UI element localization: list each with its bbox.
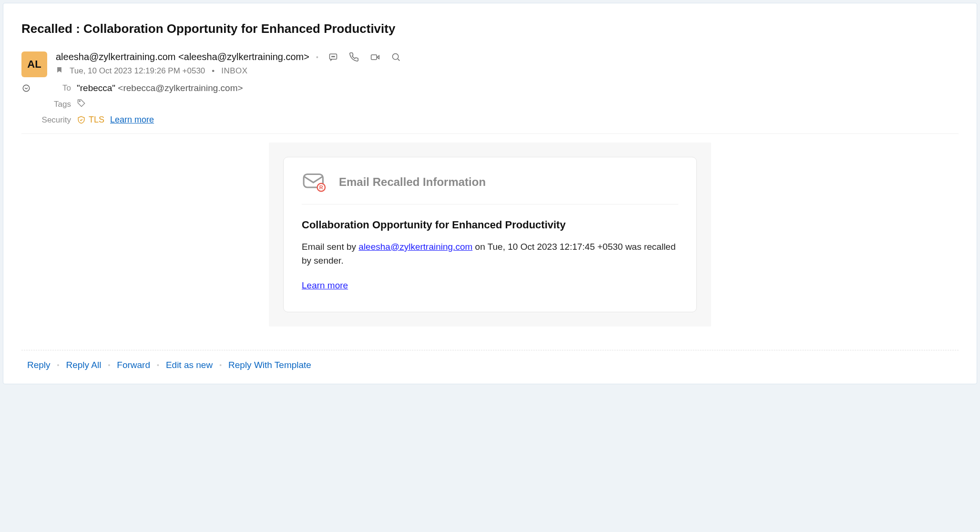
header-divider — [21, 133, 959, 134]
email-action-footer: Reply • Reply All • Forward • Edit as ne… — [21, 350, 959, 384]
recall-sender-link[interactable]: aleesha@zylkertraining.com — [358, 242, 472, 252]
email-body-container: R Email Recalled Information Collaborati… — [269, 143, 711, 327]
separator-dot: • — [108, 361, 110, 369]
search-icon[interactable] — [391, 52, 401, 62]
tag-icon[interactable] — [77, 98, 86, 110]
to-label: To — [37, 83, 71, 93]
chat-icon[interactable] — [328, 52, 338, 62]
folder-label: INBOX — [221, 66, 247, 76]
separator-dot: • — [212, 66, 214, 76]
recall-learn-more-link[interactable]: Learn more — [302, 280, 348, 291]
from-line: aleesha@zylkertraining.com <aleesha@zylk… — [56, 51, 959, 62]
svg-point-5 — [393, 54, 398, 60]
meta-line: Tue, 10 Oct 2023 12:19:26 PM +0530 • INB… — [56, 66, 959, 76]
phone-icon[interactable] — [349, 52, 359, 62]
svg-point-2 — [333, 56, 333, 57]
from-block: aleesha@zylkertraining.com <aleesha@zylk… — [56, 51, 959, 76]
separator-dot: • — [157, 361, 159, 369]
svg-rect-4 — [371, 55, 377, 60]
recalled-subject: Collaboration Opportunity for Enhanced P… — [302, 219, 678, 231]
to-row: To "rebecca" <rebecca@zylkertraining.com… — [21, 83, 959, 93]
svg-point-7 — [79, 101, 80, 102]
tags-row: Tags — [21, 98, 959, 110]
tls-text: TLS — [89, 115, 104, 125]
forward-button[interactable]: Forward — [117, 360, 150, 370]
separator-dot: • — [316, 53, 318, 61]
edit-as-new-button[interactable]: Edit as new — [166, 360, 213, 370]
expand-details-icon[interactable] — [21, 84, 31, 92]
recall-card-title: Email Recalled Information — [339, 175, 486, 189]
email-header: AL aleesha@zylkertraining.com <aleesha@z… — [21, 51, 959, 77]
security-learn-more-link[interactable]: Learn more — [110, 115, 154, 125]
sender-avatar[interactable]: AL — [21, 51, 47, 77]
tls-badge: TLS — [77, 115, 104, 125]
detail-rows: To "rebecca" <rebecca@zylkertraining.com… — [21, 83, 959, 125]
svg-point-6 — [23, 85, 30, 92]
reply-all-button[interactable]: Reply All — [66, 360, 101, 370]
recall-text-prefix: Email sent by — [302, 242, 358, 252]
tags-label: Tags — [37, 100, 71, 109]
svg-text:R: R — [319, 184, 323, 190]
video-icon[interactable] — [370, 52, 380, 62]
email-subject: Recalled : Collaboration Opportunity for… — [21, 21, 959, 36]
security-label: Security — [37, 115, 71, 125]
recall-description: Email sent by aleesha@zylkertraining.com… — [302, 240, 678, 268]
to-name: "rebecca" — [77, 83, 115, 93]
reply-button[interactable]: Reply — [27, 360, 51, 370]
shield-check-icon — [77, 115, 86, 124]
security-row: Security TLS Learn more — [21, 115, 959, 125]
svg-point-1 — [332, 56, 332, 57]
envelope-recall-icon: R — [302, 172, 328, 193]
svg-point-3 — [334, 56, 335, 57]
from-address: aleesha@zylkertraining.com <aleesha@zylk… — [56, 51, 309, 62]
reply-with-template-button[interactable]: Reply With Template — [228, 360, 311, 370]
separator-dot: • — [57, 361, 60, 369]
flag-icon[interactable] — [56, 66, 63, 76]
email-reading-pane: Recalled : Collaboration Opportunity for… — [3, 3, 977, 384]
separator-dot: • — [219, 361, 222, 369]
email-timestamp: Tue, 10 Oct 2023 12:19:26 PM +0530 — [70, 66, 205, 76]
to-address: <rebecca@zylkertraining.com> — [115, 83, 243, 93]
quick-action-icons — [328, 52, 401, 62]
to-value: "rebecca" <rebecca@zylkertraining.com> — [77, 83, 243, 93]
recall-card-header: R Email Recalled Information — [302, 172, 678, 205]
recall-info-card: R Email Recalled Information Collaborati… — [283, 157, 697, 312]
